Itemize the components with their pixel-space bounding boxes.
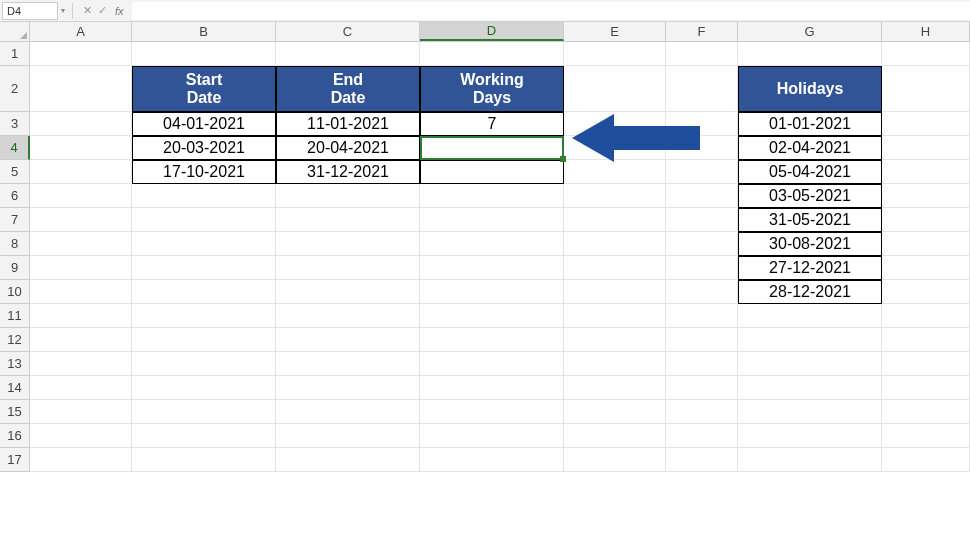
cell-F8[interactable] <box>666 232 738 256</box>
cell-H8[interactable] <box>882 232 970 256</box>
cell-C5[interactable]: 31-12-2021 <box>276 160 420 184</box>
name-box[interactable]: D4 <box>2 2 58 20</box>
cell-E15[interactable] <box>564 400 666 424</box>
cell-B9[interactable] <box>132 256 276 280</box>
cell-G9[interactable]: 27-12-2021 <box>738 256 882 280</box>
cell-G15[interactable] <box>738 400 882 424</box>
cell-H16[interactable] <box>882 424 970 448</box>
cell-F15[interactable] <box>666 400 738 424</box>
cell-G10[interactable]: 28-12-2021 <box>738 280 882 304</box>
cell-E5[interactable] <box>564 160 666 184</box>
cell-C16[interactable] <box>276 424 420 448</box>
cell-D13[interactable] <box>420 352 564 376</box>
cell-H6[interactable] <box>882 184 970 208</box>
cell-D10[interactable] <box>420 280 564 304</box>
formula-input[interactable] <box>132 2 970 20</box>
row-header-13[interactable]: 13 <box>0 352 30 376</box>
cell-D16[interactable] <box>420 424 564 448</box>
cell-G1[interactable] <box>738 42 882 66</box>
cell-H7[interactable] <box>882 208 970 232</box>
cell-H13[interactable] <box>882 352 970 376</box>
cell-A10[interactable] <box>30 280 132 304</box>
cell-D11[interactable] <box>420 304 564 328</box>
cell-H17[interactable] <box>882 448 970 472</box>
cell-E11[interactable] <box>564 304 666 328</box>
cell-G13[interactable] <box>738 352 882 376</box>
cell-D15[interactable] <box>420 400 564 424</box>
col-header-G[interactable]: G <box>738 22 882 41</box>
cell-F13[interactable] <box>666 352 738 376</box>
fx-icon[interactable]: fx <box>113 5 126 17</box>
cell-A14[interactable] <box>30 376 132 400</box>
cell-F4[interactable] <box>666 136 738 160</box>
cell-G4[interactable]: 02-04-2021 <box>738 136 882 160</box>
cell-D5[interactable] <box>420 160 564 184</box>
cell-A13[interactable] <box>30 352 132 376</box>
cell-A5[interactable] <box>30 160 132 184</box>
cell-A3[interactable] <box>30 112 132 136</box>
cell-C1[interactable] <box>276 42 420 66</box>
cell-B15[interactable] <box>132 400 276 424</box>
cell-F1[interactable] <box>666 42 738 66</box>
cell-A6[interactable] <box>30 184 132 208</box>
cell-D3[interactable]: 7 <box>420 112 564 136</box>
row-header-3[interactable]: 3 <box>0 112 30 136</box>
cell-B3[interactable]: 04-01-2021 <box>132 112 276 136</box>
row-header-1[interactable]: 1 <box>0 42 30 66</box>
cell-G3[interactable]: 01-01-2021 <box>738 112 882 136</box>
cell-C15[interactable] <box>276 400 420 424</box>
col-header-H[interactable]: H <box>882 22 970 41</box>
cell-C13[interactable] <box>276 352 420 376</box>
cell-D4[interactable] <box>420 136 564 160</box>
cell-E3[interactable] <box>564 112 666 136</box>
cell-B7[interactable] <box>132 208 276 232</box>
cell-F14[interactable] <box>666 376 738 400</box>
cell-A7[interactable] <box>30 208 132 232</box>
cell-D6[interactable] <box>420 184 564 208</box>
col-header-C[interactable]: C <box>276 22 420 41</box>
col-header-B[interactable]: B <box>132 22 276 41</box>
cell-F17[interactable] <box>666 448 738 472</box>
row-header-17[interactable]: 17 <box>0 448 30 472</box>
cell-E16[interactable] <box>564 424 666 448</box>
cell-E10[interactable] <box>564 280 666 304</box>
cell-C12[interactable] <box>276 328 420 352</box>
row-header-8[interactable]: 8 <box>0 232 30 256</box>
cell-A4[interactable] <box>30 136 132 160</box>
cell-F16[interactable] <box>666 424 738 448</box>
cell-B8[interactable] <box>132 232 276 256</box>
cell-H4[interactable] <box>882 136 970 160</box>
cell-F6[interactable] <box>666 184 738 208</box>
cell-B1[interactable] <box>132 42 276 66</box>
row-header-2[interactable]: 2 <box>0 66 30 112</box>
col-header-F[interactable]: F <box>666 22 738 41</box>
cell-C11[interactable] <box>276 304 420 328</box>
row-header-7[interactable]: 7 <box>0 208 30 232</box>
cell-C6[interactable] <box>276 184 420 208</box>
row-header-9[interactable]: 9 <box>0 256 30 280</box>
cell-A12[interactable] <box>30 328 132 352</box>
cell-G16[interactable] <box>738 424 882 448</box>
cell-A15[interactable] <box>30 400 132 424</box>
cell-A2[interactable] <box>30 66 132 112</box>
enter-icon[interactable]: ✓ <box>98 4 107 17</box>
cell-C3[interactable]: 11-01-2021 <box>276 112 420 136</box>
cell-E2[interactable] <box>564 66 666 112</box>
row-header-12[interactable]: 12 <box>0 328 30 352</box>
name-box-dropdown-icon[interactable]: ▾ <box>58 6 68 15</box>
cell-H2[interactable] <box>882 66 970 112</box>
cell-D8[interactable] <box>420 232 564 256</box>
cell-D9[interactable] <box>420 256 564 280</box>
cell-E12[interactable] <box>564 328 666 352</box>
cell-B13[interactable] <box>132 352 276 376</box>
cell-D17[interactable] <box>420 448 564 472</box>
col-header-A[interactable]: A <box>30 22 132 41</box>
cell-G7[interactable]: 31-05-2021 <box>738 208 882 232</box>
cell-E17[interactable] <box>564 448 666 472</box>
cell-F9[interactable] <box>666 256 738 280</box>
cell-H9[interactable] <box>882 256 970 280</box>
cell-H5[interactable] <box>882 160 970 184</box>
row-header-10[interactable]: 10 <box>0 280 30 304</box>
cell-C7[interactable] <box>276 208 420 232</box>
cell-H15[interactable] <box>882 400 970 424</box>
